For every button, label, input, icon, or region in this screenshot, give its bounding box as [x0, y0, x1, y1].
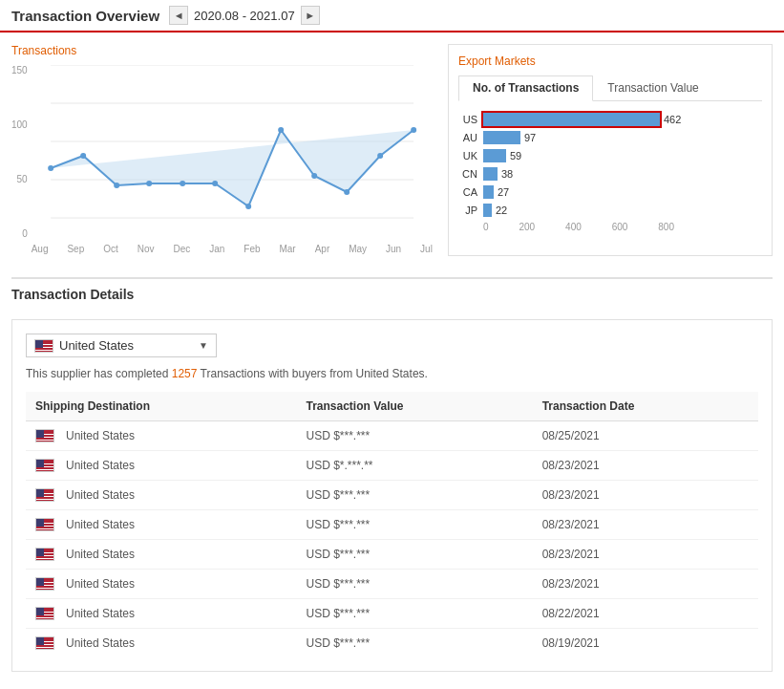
bar-row-ca: CA 27	[458, 185, 762, 199]
svg-point-9	[146, 181, 152, 186]
cell-date: 08/23/2021	[533, 451, 758, 481]
svg-point-17	[411, 127, 416, 133]
destination-text: United States	[66, 429, 135, 442]
cell-date: 08/23/2021	[533, 540, 758, 570]
next-button[interactable]: ►	[301, 6, 320, 25]
table-row: United StatesUSD $***.***08/25/2021	[26, 421, 758, 451]
cell-destination: United States	[26, 481, 297, 510]
svg-point-13	[278, 127, 284, 133]
cell-date: 08/25/2021	[533, 421, 758, 451]
cell-date: 08/23/2021	[533, 481, 758, 510]
bar-value-us: 462	[664, 114, 681, 125]
bar-label-au: AU	[458, 132, 477, 143]
x-label: Aug	[32, 244, 49, 254]
svg-point-12	[245, 204, 251, 209]
bar-row-us: US 462	[458, 113, 762, 126]
table-row: United StatesUSD $***.***08/23/2021	[26, 510, 758, 540]
svg-point-14	[311, 173, 317, 179]
cell-value: USD $***.***	[297, 629, 533, 658]
svg-point-10	[180, 181, 185, 186]
bar-fill-us	[483, 113, 660, 126]
bar-x-label: 600	[612, 222, 628, 232]
destination-text: United States	[66, 488, 135, 502]
line-chart-svg	[32, 65, 433, 239]
supplier-info: This supplier has completed 1257 Transac…	[26, 367, 758, 380]
table-row: United StatesUSD $***.***08/22/2021	[26, 599, 758, 629]
x-label: Oct	[103, 244, 118, 254]
bar-x-label: 0	[483, 222, 489, 232]
flag-icon	[35, 518, 54, 531]
destination-text: United States	[66, 459, 135, 472]
x-label: Dec	[173, 244, 190, 254]
right-chart-label: Export Markets	[458, 54, 762, 68]
bar-value-uk: 59	[510, 150, 521, 161]
destination-text: United States	[66, 577, 135, 591]
col-header-destination: Shipping Destination	[26, 392, 297, 421]
cell-date: 08/22/2021	[533, 599, 758, 629]
cell-value: USD $***.***	[297, 599, 533, 629]
flag-icon	[35, 429, 54, 442]
svg-point-6	[48, 165, 53, 171]
table-row: United StatesUSD $***.***08/23/2021	[26, 570, 758, 599]
cell-date: 08/19/2021	[533, 629, 758, 658]
flag-icon	[35, 577, 54, 591]
cell-value: USD $***.***	[297, 570, 533, 599]
cell-value: USD $***.***	[297, 481, 533, 510]
selected-country: United States	[59, 338, 134, 353]
x-label: Feb	[244, 244, 260, 254]
tab-transactions[interactable]: No. of Transactions	[458, 75, 593, 101]
bar-fill-cn	[483, 167, 498, 181]
bar-label-jp: JP	[458, 205, 477, 216]
table-row: United StatesUSD $*.***.**08/23/2021	[26, 451, 758, 481]
country-dropdown-row: United States ▼	[26, 334, 758, 357]
bar-chart: US 462 AU 97 UK	[458, 109, 762, 236]
details-title: Transaction Details	[11, 277, 773, 310]
bar-label-uk: UK	[458, 150, 477, 161]
bar-x-label: 800	[658, 222, 674, 232]
x-label: Jan	[209, 244, 224, 254]
x-label: May	[349, 244, 367, 254]
cell-destination: United States	[26, 510, 297, 540]
bar-chart-section: Export Markets No. of Transactions Trans…	[448, 44, 773, 256]
country-dropdown[interactable]: United States ▼	[26, 334, 217, 357]
destination-text: United States	[66, 548, 135, 561]
x-label: Sep	[67, 244, 84, 254]
cell-destination: United States	[26, 599, 297, 629]
cell-value: USD $***.***	[297, 510, 533, 540]
y-tick: 150	[11, 65, 28, 75]
prev-button[interactable]: ◄	[169, 6, 188, 25]
bar-fill-jp	[483, 204, 492, 217]
bar-value-cn: 38	[501, 168, 513, 180]
flag-icon	[35, 488, 54, 502]
bar-fill-uk	[483, 149, 506, 162]
bar-value-ca: 27	[498, 186, 509, 198]
table-row: United StatesUSD $***.***08/19/2021	[26, 629, 758, 658]
date-range: 2020.08 - 2021.07	[194, 9, 295, 23]
flag-icon	[35, 548, 54, 561]
x-label: Nov	[138, 244, 155, 254]
cell-destination: United States	[26, 421, 297, 451]
cell-destination: United States	[26, 451, 297, 481]
tab-value[interactable]: Transaction Value	[593, 75, 712, 100]
bar-fill-ca	[483, 185, 494, 199]
bar-x-label: 200	[519, 222, 535, 232]
x-label: Apr	[315, 244, 330, 254]
bar-label-cn: CN	[458, 168, 477, 180]
table-row: United StatesUSD $***.***08/23/2021	[26, 481, 758, 510]
bar-fill-au	[483, 131, 520, 144]
transaction-count-link[interactable]: 1257	[172, 367, 198, 380]
destination-text: United States	[66, 607, 135, 620]
details-body: United States ▼ This supplier has comple…	[11, 319, 773, 672]
col-header-value: Transaction Value	[297, 392, 533, 421]
svg-point-8	[114, 183, 119, 188]
bar-label-ca: CA	[458, 186, 477, 198]
destination-text: United States	[66, 518, 135, 531]
svg-point-16	[377, 153, 383, 159]
transaction-details-section: Transaction Details United States ▼ This…	[0, 268, 784, 681]
cell-destination: United States	[26, 629, 297, 658]
dropdown-arrow-icon: ▼	[199, 340, 208, 351]
cell-date: 08/23/2021	[533, 510, 758, 540]
flag-icon	[35, 607, 54, 620]
cell-value: USD $***.***	[297, 421, 533, 451]
y-tick: 100	[11, 119, 28, 130]
